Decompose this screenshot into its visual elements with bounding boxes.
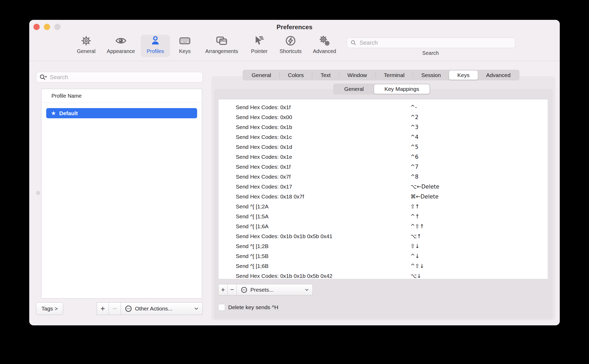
mapping-shortcut: ^5 — [410, 144, 419, 150]
mapping-shortcut: ^7 — [410, 164, 419, 170]
window-title: Preferences — [29, 24, 560, 31]
mapping-shortcut: ^3 — [410, 124, 419, 130]
gear-icon — [80, 35, 92, 47]
mapping-shortcut: ^8 — [410, 174, 419, 180]
profile-list-header: Profile Name — [42, 89, 202, 103]
bolt-circle-icon — [285, 35, 297, 47]
toolbar-item-advanced[interactable]: Advanced — [301, 35, 348, 57]
profile-tab-bar: General Colors Text Window Terminal Sess… — [243, 70, 520, 80]
mapping-action: Send Hex Codes: 0x1f — [236, 164, 291, 170]
mapping-action: Send ^[ [1;2A — [236, 203, 268, 210]
key-mapping-row[interactable]: Send ^[ [1;5B ^↓ — [219, 251, 548, 261]
eye-icon — [115, 35, 127, 47]
mapping-shortcut: ^- — [410, 104, 417, 110]
mapping-shortcut: ^4 — [410, 134, 419, 140]
key-mapping-row[interactable]: Send ^[ [1;2A ⇧↑ — [219, 202, 548, 212]
remove-profile-button[interactable]: − — [109, 302, 121, 315]
screen: Preferences General Appearance — [0, 0, 589, 364]
gears-icon — [319, 35, 331, 47]
remove-mapping-button[interactable]: − — [227, 284, 237, 295]
key-mapping-row[interactable]: Send ^[ [1;2B ⇧↓ — [219, 241, 548, 251]
cursor-icon — [253, 35, 265, 47]
key-mapping-row[interactable]: Send Hex Codes: 0x1d ^5 — [219, 142, 548, 152]
preferences-window: Preferences General Appearance — [29, 20, 560, 325]
toolbar-divider — [29, 61, 560, 61]
mapping-shortcut: ^↓ — [410, 253, 420, 259]
toolbar-search-field[interactable]: Search — [347, 38, 515, 48]
profile-search-field[interactable]: Search — [36, 72, 203, 83]
dropdown-label: Presets... — [250, 287, 274, 293]
profile-row[interactable]: ★ Default — [46, 108, 197, 118]
tags-button[interactable]: Tags > — [36, 302, 63, 315]
key-mapping-actions: + − Presets... — [218, 284, 313, 295]
tab-advanced[interactable]: Advanced — [478, 71, 519, 80]
tab-text[interactable]: Text — [312, 71, 339, 80]
profile-list: Profile Name ★ Default — [41, 89, 202, 298]
subtab-key-mappings[interactable]: Key Mappings — [374, 84, 429, 94]
keys-subtab-bar: General Key Mappings — [333, 84, 430, 95]
key-mapping-row[interactable]: Send Hex Codes: 0x1f ^7 — [219, 162, 548, 172]
add-profile-button[interactable]: + — [97, 302, 109, 315]
key-mapping-row[interactable]: Send Hex Codes: 0x7f ^8 — [219, 172, 548, 182]
toolbar-label: Arrangements — [205, 48, 238, 54]
mapping-action: Send Hex Codes: 0x1b 0x1b 0x5b 0x42 — [236, 273, 332, 279]
mapping-action: Send ^[ [1;6B — [236, 263, 268, 269]
key-mapping-row[interactable]: Send Hex Codes: 0x1b 0x1b 0x5b 0x42 ⌥↓ — [219, 271, 548, 279]
mapping-action: Send Hex Codes: 0x1e — [236, 154, 292, 160]
key-mapping-row[interactable]: Send Hex Codes: 0x1f ^- — [219, 102, 548, 112]
person-icon — [149, 35, 161, 47]
mapping-action: Send Hex Codes: 0x1b — [236, 124, 292, 130]
mapping-action: Send Hex Codes: 0x1b 0x1b 0x5b 0x41 — [236, 233, 332, 239]
presets-dropdown[interactable]: Presets... — [237, 284, 313, 295]
mapping-shortcut: ^6 — [410, 154, 419, 160]
delete-key-checkbox[interactable] — [218, 304, 225, 311]
star-icon: ★ — [51, 110, 56, 116]
key-mapping-row[interactable]: Send Hex Codes: 0x1b 0x1b 0x5b 0x41 ⌥↑ — [219, 231, 548, 241]
tab-terminal[interactable]: Terminal — [375, 71, 413, 80]
toolbar-label: Pointer — [251, 48, 267, 54]
ellipsis-circle-icon — [240, 286, 248, 293]
windows-icon — [216, 35, 228, 47]
mapping-shortcut: ^↑ — [410, 213, 420, 220]
mapping-shortcut: ⌘←Delete — [410, 193, 439, 200]
key-mapping-row[interactable]: Send ^[ [1;6A ^⇧↑ — [219, 221, 548, 231]
tab-general[interactable]: General — [243, 71, 279, 80]
search-placeholder: Search — [360, 39, 378, 46]
delete-key-label: Delete key sends ^H — [228, 304, 278, 310]
tab-window[interactable]: Window — [339, 71, 375, 80]
key-mapping-row[interactable]: Send ^[ [1;6B ^⇧↓ — [219, 261, 548, 271]
key-mapping-row[interactable]: Send ^[ [1;5A ^↑ — [219, 212, 548, 221]
toolbar-label: General — [77, 48, 95, 54]
toolbar-search-label: Search — [404, 50, 457, 56]
tab-colors[interactable]: Colors — [280, 71, 312, 80]
tab-session[interactable]: Session — [413, 71, 449, 80]
tab-keys[interactable]: Keys — [449, 71, 478, 80]
subtab-general[interactable]: General — [334, 84, 374, 94]
mapping-action: Send Hex Codes: 0x00 — [236, 114, 292, 120]
toolbar-label: Keys — [179, 48, 191, 54]
mapping-action: Send ^[ [1;6A — [236, 223, 268, 230]
delete-key-option: Delete key sends ^H — [218, 304, 278, 311]
search-scope-icon — [39, 74, 48, 81]
mapping-action: Send Hex Codes: 0x7f — [236, 174, 291, 180]
chevron-down-icon — [305, 288, 309, 292]
mapping-shortcut: ⌥←Delete — [410, 184, 439, 190]
toolbar-label: Advanced — [313, 48, 336, 54]
mapping-action: Send ^[ [1;5B — [236, 253, 268, 259]
key-mapping-row[interactable]: Send Hex Codes: 0x18 0x7f ⌘←Delete — [219, 192, 548, 202]
add-mapping-button[interactable]: + — [218, 284, 228, 295]
mapping-action: Send Hex Codes: 0x1c — [236, 134, 292, 140]
key-mapping-row[interactable]: Send Hex Codes: 0x1b ^3 — [219, 122, 548, 132]
key-mapping-row[interactable]: Send Hex Codes: 0x17 ⌥←Delete — [219, 182, 548, 192]
other-actions-dropdown[interactable]: Other Actions... — [121, 302, 203, 315]
toolbar-label: Appearance — [107, 48, 135, 54]
key-mapping-row[interactable]: Send Hex Codes: 0x1c ^4 — [219, 132, 548, 142]
search-icon — [350, 39, 357, 46]
mapping-shortcut: ⇧↓ — [410, 243, 420, 249]
profile-name: Default — [59, 110, 78, 116]
keyboard-icon — [179, 35, 191, 47]
mapping-action: Send Hex Codes: 0x18 0x7f — [236, 193, 304, 200]
key-mapping-row[interactable]: Send Hex Codes: 0x00 ^2 — [219, 112, 548, 122]
mapping-shortcut: ^⇧↑ — [410, 223, 424, 230]
key-mapping-row[interactable]: Send Hex Codes: 0x1e ^6 — [219, 152, 548, 162]
